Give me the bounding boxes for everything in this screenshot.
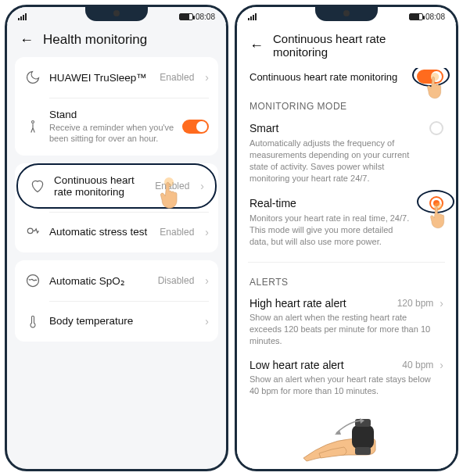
mode-title: Smart: [249, 122, 278, 134]
stand-toggle[interactable]: [182, 120, 209, 134]
alert-desc: Show an alert when the resting heart rat…: [249, 312, 443, 347]
card-2: Continuous heart rate monitoring Enabled…: [15, 163, 218, 252]
section-alerts-header: ALERTS: [248, 270, 445, 295]
battery-icon: [179, 13, 193, 20]
row-status: Enabled: [155, 181, 189, 191]
mode-desc: Automatically adjusts the frequency of m…: [249, 138, 443, 184]
section-mode-header: MONITORING MODE: [248, 95, 445, 120]
header: ← Continuous heart rate monitoring: [237, 24, 456, 68]
chevron-right-icon: ›: [440, 359, 443, 371]
row-stand[interactable]: Stand Receive a reminder when you've bee…: [15, 98, 218, 156]
divider: [248, 262, 445, 263]
row-title: Automatic SpO₂: [49, 274, 150, 287]
row-stress[interactable]: Automatic stress test Enabled ›: [15, 212, 218, 252]
mode-realtime[interactable]: Real-time Monitors your heart rate in re…: [248, 195, 445, 259]
page-title: Continuous heart rate monitoring: [273, 32, 443, 59]
alert-title: Low heart rate alert: [249, 359, 344, 371]
row-temp[interactable]: Body temperature ›: [15, 301, 218, 342]
thermometer-icon: [24, 313, 41, 329]
mode-title: Real-time: [249, 197, 296, 209]
svg-point-0: [32, 120, 34, 123]
row-trusleep[interactable]: HUAWEI TruSleep™ Enabled ›: [15, 57, 218, 98]
alert-desc: Show an alert when your heart rate stays…: [249, 374, 443, 397]
phone-right: 08:08 ← Continuous heart rate monitoring…: [235, 5, 458, 471]
row-spo2[interactable]: Automatic SpO₂ Disabled ›: [15, 260, 218, 301]
row-master-toggle[interactable]: Continuous heart rate monitoring: [248, 68, 445, 95]
watch-illustration: [248, 408, 445, 467]
alert-high[interactable]: High heart rate alert 120 bpm› Show an a…: [248, 295, 445, 358]
svg-rect-6: [352, 425, 374, 449]
alert-low[interactable]: Low heart rate alert 40 bpm› Show an ale…: [248, 357, 445, 408]
chevron-right-icon: ›: [200, 180, 204, 192]
spo2-icon: [24, 273, 41, 288]
row-title: Stand: [49, 109, 174, 120]
back-icon[interactable]: ←: [249, 38, 264, 52]
notch: [315, 7, 378, 21]
header: ← Health monitoring: [7, 24, 226, 57]
row-title: Continuous heart rate monitoring: [54, 174, 147, 198]
row-status: Enabled: [160, 72, 194, 83]
mode-smart[interactable]: Smart Automatically adjusts the frequenc…: [248, 120, 445, 195]
mode-desc: Monitors your heart rate in real time, 2…: [249, 213, 443, 248]
signal-icon: [248, 13, 257, 20]
phone-left: 08:08 ← Health monitoring HUAWEI TruSlee…: [5, 5, 228, 471]
clock: 08:08: [196, 13, 215, 21]
chevron-right-icon: ›: [205, 226, 209, 238]
chevron-right-icon: ›: [205, 315, 209, 327]
row-heart-rate[interactable]: Continuous heart rate monitoring Enabled…: [16, 163, 217, 209]
signal-icon: [18, 13, 27, 20]
radio-smart[interactable]: [429, 121, 443, 135]
content: HUAWEI TruSleep™ Enabled › Stand Receive…: [7, 57, 226, 469]
toggle-label: Continuous heart rate monitoring: [249, 71, 417, 83]
card-1: HUAWEI TruSleep™ Enabled › Stand Receive…: [15, 57, 218, 156]
chevron-right-icon: ›: [205, 274, 209, 287]
row-title: HUAWEI TruSleep™: [49, 72, 152, 84]
alert-value: 120 bpm: [397, 298, 434, 309]
stress-icon: [24, 224, 41, 240]
moon-icon: [24, 70, 41, 85]
back-icon[interactable]: ←: [20, 33, 34, 47]
svg-point-1: [27, 228, 33, 234]
alert-title: High heart rate alert: [249, 297, 346, 310]
clock: 08:08: [425, 13, 445, 21]
row-sub: Receive a reminder when you've been sitt…: [49, 122, 174, 145]
row-title: Automatic stress test: [49, 226, 152, 238]
content: Continuous heart rate monitoring MONITOR…: [237, 68, 456, 469]
card-3: Automatic SpO₂ Disabled › Body temperatu…: [15, 260, 218, 342]
alert-value: 40 bpm: [402, 360, 433, 370]
stand-icon: [24, 119, 41, 134]
notch: [85, 7, 148, 21]
page-title: Health monitoring: [43, 32, 147, 48]
master-toggle[interactable]: [417, 70, 443, 84]
chevron-right-icon: ›: [440, 297, 443, 310]
chevron-right-icon: ›: [205, 71, 209, 84]
row-status: Enabled: [160, 227, 194, 238]
svg-rect-8: [355, 447, 371, 455]
battery-icon: [409, 13, 423, 20]
row-title: Body temperature: [49, 315, 194, 327]
radio-realtime[interactable]: [429, 196, 443, 210]
heart-icon: [29, 178, 46, 194]
row-status: Disabled: [158, 275, 195, 286]
